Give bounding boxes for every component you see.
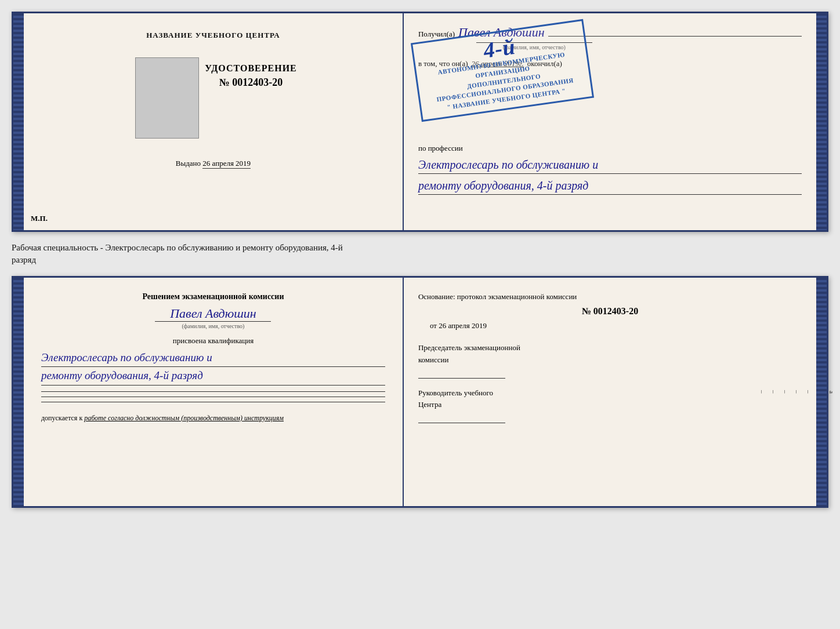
dopuskaetsya-label: допускается к <box>41 414 82 422</box>
deco-char-11: – <box>759 390 766 394</box>
bottom-left-panel: Решением экзаменационной комиссии Павел … <box>13 278 404 506</box>
qualification-line1: Электрослесарь по обслуживанию и <box>41 349 385 367</box>
deco-char-5: а <box>828 391 835 394</box>
photo-placeholder <box>135 57 199 139</box>
top-document: НАЗВАНИЕ УЧЕБНОГО ЦЕНТРА УДОСТОВЕРЕНИЕ №… <box>12 12 828 232</box>
protocol-label: № <box>582 306 591 316</box>
ot-date-value: 26 апреля 2019 <box>439 321 487 330</box>
bottom-right-panel: Основание: протокол экзаменационной коми… <box>404 278 827 506</box>
spine-right-decoration <box>816 13 827 230</box>
left-content: УДОСТОВЕРЕНИЕ № 0012403-20 <box>129 52 297 144</box>
middle-line1: Рабочая специальность - Электрослесарь п… <box>12 242 828 254</box>
bottom-document: Решением экзаменационной комиссии Павел … <box>12 276 828 508</box>
deco-char-10: – <box>770 390 777 394</box>
protocol-number: № 0012403-20 <box>418 306 802 317</box>
prisvoyena-label: присвоена квалификация <box>41 336 385 346</box>
dopuskaetsya-block: допускается к работе согласно должностны… <box>41 414 385 423</box>
protocol-num-value: 0012403-20 <box>593 306 638 316</box>
rukovoditel-line1: Руководитель учебного <box>418 387 802 399</box>
ot-date-line: от 26 апреля 2019 <box>430 321 802 330</box>
bottom-left-inner: Решением экзаменационной комиссии Павел … <box>41 292 385 423</box>
predsedatel-line2: комиссии <box>418 354 802 366</box>
qualification-line2: ремонту оборудования, 4-й разряд <box>41 367 385 385</box>
udostoverenie-block: УДОСТОВЕРЕНИЕ № 0012403-20 <box>205 63 297 89</box>
osnovanie-title: Основание: протокол экзаменационной коми… <box>418 292 802 301</box>
predsedatel-block: Председатель экзаменационной комиссии <box>418 342 802 379</box>
middle-line2: разряд <box>12 254 828 266</box>
rukovoditel-line2: Центра <box>418 399 802 411</box>
dopusk-text: работе согласно должностным (производств… <box>84 414 284 422</box>
po-professii-block: по профессии Электрослесарь по обслужива… <box>418 144 802 195</box>
deco-char-8: – <box>794 390 801 394</box>
po-professii-label: по профессии <box>418 144 802 153</box>
middle-text-block: Рабочая специальность - Электрослесарь п… <box>12 239 828 269</box>
ot-label: от <box>430 321 437 330</box>
person-name-bottom: Павел Авдюшин <box>41 306 385 321</box>
deco-char-9: – <box>782 390 789 394</box>
bottom-right-inner: Основание: протокол экзаменационной коми… <box>418 292 802 423</box>
predsedatel-signature-line <box>418 378 505 379</box>
bottom-spine-right <box>816 278 827 506</box>
profession-line2: ремонту оборудования, 4-й разряд <box>418 177 802 195</box>
vydano-line: Выдано 26 апреля 2019 <box>176 159 251 169</box>
right-inner: Получил(а) Павел Авдюшин (фамилия, имя, … <box>418 25 802 195</box>
predsedatel-line1: Председатель экзаменационной <box>418 342 802 354</box>
center-title: НАЗВАНИЕ УЧЕБНОГО ЦЕНТРА <box>146 31 280 40</box>
left-inner: НАЗВАНИЕ УЧЕБНОГО ЦЕНТРА УДОСТОВЕРЕНИЕ №… <box>41 31 385 219</box>
mp-label: М.П. <box>31 214 48 223</box>
resheniem-title: Решением экзаменационной комиссии <box>41 292 385 301</box>
cert-number-label: № <box>219 77 230 88</box>
rukovoditel-signature-line <box>418 423 505 423</box>
vydano-label: Выдано <box>176 159 201 168</box>
deco-char-7: – <box>805 390 812 394</box>
page-wrapper: НАЗВАНИЕ УЧЕБНОГО ЦЕНТРА УДОСТОВЕРЕНИЕ №… <box>12 12 828 508</box>
cert-number-value: 0012403-20 <box>232 77 283 88</box>
cert-number: № 0012403-20 <box>205 77 297 89</box>
udostoverenie-title: УДОСТОВЕРЕНИЕ <box>205 63 297 74</box>
rukovoditel-block: Руководитель учебного Центра <box>418 387 802 424</box>
top-right-panel: Получил(а) Павел Авдюшин (фамилия, имя, … <box>404 13 827 230</box>
profession-line1: Электрослесарь по обслуживанию и <box>418 156 802 174</box>
fio-label-bottom: (фамилия, имя, отчество) <box>155 321 271 329</box>
vydano-date: 26 апреля 2019 <box>202 159 251 169</box>
top-left-panel: НАЗВАНИЕ УЧЕБНОГО ЦЕНТРА УДОСТОВЕРЕНИЕ №… <box>13 13 404 230</box>
